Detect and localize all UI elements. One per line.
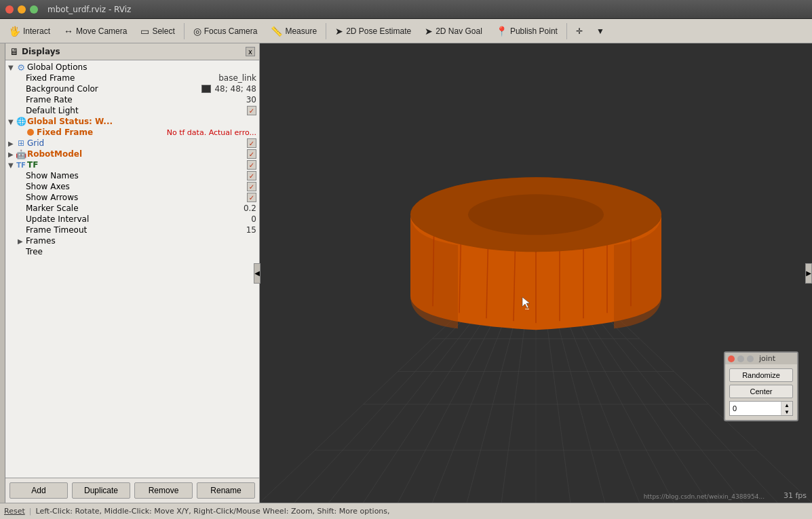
- frame-rate-value: 30: [246, 95, 256, 104]
- frame-timeout-item[interactable]: Frame Timeout 15: [5, 225, 259, 235]
- duplicate-button[interactable]: Duplicate: [72, 482, 130, 499]
- displays-tree: ▼ ⚙ Global Options Fixed Frame base_link…: [5, 60, 259, 478]
- toolbar: 🖐 Interact ↔ Move Camera ▭ Select ◎ Focu…: [0, 19, 812, 43]
- 3d-viewport[interactable]: joint Randomize Center ▲ ▼ 31 fps https:…: [260, 43, 812, 503]
- show-names-checkbox[interactable]: [247, 171, 256, 180]
- svg-point-37: [468, 194, 604, 235]
- move-camera-button[interactable]: ↔ Move Camera: [58, 23, 133, 39]
- dropdown-button[interactable]: ▼: [590, 24, 611, 39]
- tree-item[interactable]: Tree: [5, 246, 259, 257]
- update-interval-item[interactable]: Update Interval 0: [5, 214, 259, 225]
- cylinder-svg: [390, 160, 682, 364]
- separator-2: [326, 23, 326, 39]
- separator-1: [184, 23, 185, 39]
- joint-widget-title: joint: [759, 354, 775, 363]
- tree-label: Tree: [26, 247, 256, 256]
- default-light-checkbox[interactable]: [247, 106, 256, 115]
- show-axes-item[interactable]: Show Axes: [5, 181, 259, 192]
- show-names-item[interactable]: Show Names: [5, 170, 259, 181]
- grid-item[interactable]: ▶ ⊞ Grid: [5, 138, 259, 149]
- select-button[interactable]: ▭ Select: [134, 23, 180, 39]
- update-interval-value: 0: [251, 214, 256, 224]
- background-color-swatch: [201, 85, 211, 93]
- measure-button[interactable]: 📏 Measure: [265, 23, 323, 39]
- joint-state-widget: joint Randomize Center ▲ ▼: [724, 351, 798, 421]
- displays-close-button[interactable]: x: [246, 47, 255, 56]
- fixed-frame-value: base_link: [218, 73, 256, 83]
- show-axes-label: Show Axes: [26, 182, 246, 191]
- displays-icon: 🖥: [9, 46, 19, 57]
- displays-panel: 🖥 Displays x ▼ ⚙ Global Options Fixed Fr…: [5, 43, 260, 503]
- interact-button[interactable]: 🖐 Interact: [3, 23, 56, 39]
- frame-rate-item[interactable]: Frame Rate 30: [5, 94, 259, 105]
- select-icon: ▭: [140, 26, 149, 37]
- spinner-up-button[interactable]: ▲: [781, 402, 792, 408]
- default-light-item[interactable]: Default Light: [5, 105, 259, 116]
- global-status-item[interactable]: ▼ 🌐 Global Status: W...: [5, 116, 259, 127]
- global-options-item[interactable]: ▼ ⚙ Global Options: [5, 62, 259, 73]
- joint-min-button[interactable]: [737, 355, 744, 362]
- fixed-frame-error-item[interactable]: Fixed Frame No tf data. Actual erro...: [5, 127, 259, 138]
- marker-scale-value: 0.2: [244, 204, 256, 213]
- dropdown-icon: ▼: [596, 26, 604, 36]
- center-button[interactable]: Center: [729, 385, 793, 398]
- reset-button[interactable]: Reset: [4, 507, 25, 516]
- show-arrows-checkbox[interactable]: [247, 193, 256, 202]
- left-collapse-handle[interactable]: ◀: [254, 263, 260, 284]
- show-names-label: Show Names: [26, 171, 246, 180]
- robotmodel-item[interactable]: ▶ 🤖 RobotModel: [5, 149, 259, 159]
- maximize-button[interactable]: [30, 5, 38, 14]
- joint-value-input[interactable]: [730, 402, 781, 415]
- show-axes-checkbox[interactable]: [247, 182, 256, 191]
- pose-estimate-icon: ➤: [335, 26, 343, 37]
- global-options-label: Global Options: [27, 62, 256, 72]
- robotmodel-checkbox[interactable]: [247, 149, 256, 159]
- publish-point-icon: 📍: [496, 26, 507, 37]
- robot-model: [390, 160, 682, 366]
- grid-checkbox[interactable]: [247, 138, 256, 148]
- pose-estimate-button[interactable]: ➤ 2D Pose Estimate: [329, 23, 417, 39]
- plus-button[interactable]: ✛: [570, 24, 589, 39]
- frames-item[interactable]: ▶ Frames: [5, 235, 259, 246]
- joint-close-button[interactable]: [728, 355, 735, 362]
- interact-icon: 🖐: [9, 26, 20, 37]
- separator-3: [566, 23, 567, 39]
- minimize-button[interactable]: [18, 5, 26, 14]
- background-color-item[interactable]: Background Color 48; 48; 48: [5, 83, 259, 94]
- frame-rate-label: Frame Rate: [26, 95, 245, 104]
- globe-icon: 🌐: [16, 117, 26, 126]
- grid-icon: ⊞: [16, 138, 26, 148]
- rename-button[interactable]: Rename: [197, 482, 255, 499]
- remove-button[interactable]: Remove: [134, 482, 193, 499]
- main-area: 🖥 Displays x ▼ ⚙ Global Options Fixed Fr…: [0, 43, 812, 503]
- spinner-down-button[interactable]: ▼: [781, 408, 792, 415]
- publish-point-button[interactable]: 📍 Publish Point: [490, 23, 564, 39]
- update-interval-label: Update Interval: [26, 214, 250, 224]
- global-status-label: Global Status: W...: [27, 117, 256, 126]
- background-color-label: Background Color: [26, 84, 200, 94]
- displays-header: 🖥 Displays x: [5, 43, 259, 60]
- robotmodel-label: RobotModel: [27, 149, 246, 159]
- show-arrows-label: Show Arrows: [26, 193, 246, 202]
- marker-scale-label: Marker Scale: [26, 204, 242, 213]
- tf-checkbox[interactable]: [247, 160, 256, 170]
- marker-scale-item[interactable]: Marker Scale 0.2: [5, 203, 259, 214]
- watermark-text: https://blog.csdn.net/weixin_4388954...: [644, 493, 765, 500]
- close-button[interactable]: [5, 5, 14, 14]
- move-camera-icon: ↔: [64, 26, 73, 37]
- right-collapse-handle[interactable]: ▶: [805, 263, 812, 284]
- add-button[interactable]: Add: [9, 482, 68, 499]
- tf-item[interactable]: ▼ TF TF: [5, 159, 259, 170]
- measure-icon: 📏: [271, 26, 282, 37]
- nav-goal-button[interactable]: ➤ 2D Nav Goal: [419, 23, 488, 39]
- randomize-button[interactable]: Randomize: [729, 368, 793, 382]
- focus-camera-button[interactable]: ◎ Focus Camera: [187, 23, 264, 39]
- show-arrows-item[interactable]: Show Arrows: [5, 192, 259, 203]
- window-title: mbot_urdf.rviz - RViz: [47, 5, 131, 14]
- statusbar: Reset | Left-Click: Rotate, Middle-Click…: [0, 503, 812, 519]
- robot-icon: 🤖: [16, 149, 26, 159]
- tf-label: TF: [27, 160, 246, 170]
- joint-max-button[interactable]: [747, 355, 754, 362]
- default-light-label: Default Light: [26, 106, 246, 115]
- fixed-frame-item[interactable]: Fixed Frame base_link: [5, 73, 259, 83]
